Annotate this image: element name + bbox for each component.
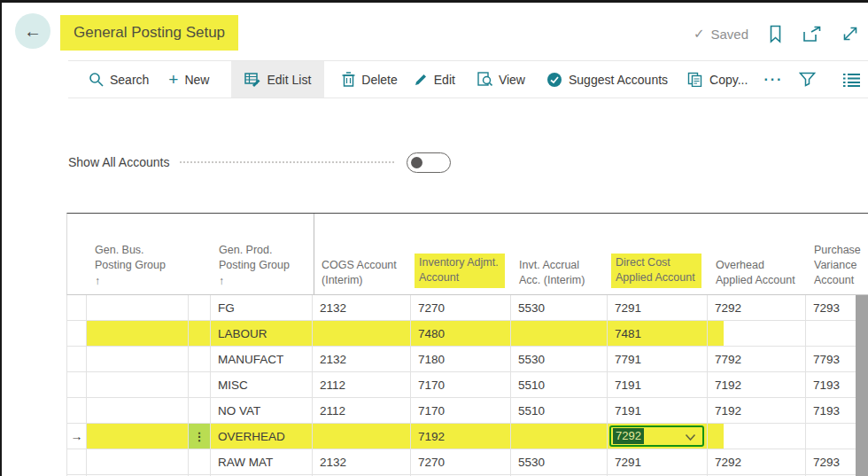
row-selector-cell[interactable]: →	[66, 424, 87, 449]
cell-cogs[interactable]: 2112	[313, 372, 411, 398]
cell-gen-bus[interactable]	[87, 295, 189, 321]
cell-gen-prod[interactable]: NO VAT	[211, 398, 313, 424]
cell-invt-accrual[interactable]: 5510	[511, 398, 608, 424]
row-menu-cell[interactable]	[189, 449, 211, 475]
list-options-icon[interactable]	[842, 73, 861, 87]
cell-gen-prod[interactable]: RAW MAT	[211, 449, 313, 475]
row-menu-button[interactable]: ⋮	[189, 424, 211, 449]
cell-overhead[interactable]: 7292	[708, 449, 806, 475]
ellipsis-icon: ···	[763, 72, 783, 88]
cell-cogs[interactable]	[313, 424, 411, 449]
cell-direct-cost[interactable]: 7191	[608, 398, 708, 424]
new-button[interactable]: + New	[168, 61, 209, 98]
open-in-window-icon[interactable]	[802, 26, 822, 43]
more-actions-button[interactable]: ···	[763, 61, 783, 98]
filter-icon[interactable]	[799, 72, 816, 87]
cell-cogs[interactable]: 2132	[313, 449, 411, 475]
row-menu-cell[interactable]	[189, 295, 211, 321]
column-header-cogs-interim[interactable]: COGS Account (Interim)	[314, 214, 412, 294]
copy-icon	[687, 72, 703, 87]
edit-list-icon	[244, 73, 260, 87]
cell-inv-adjmt[interactable]: 7270	[411, 449, 511, 475]
row-menu-cell[interactable]	[189, 347, 211, 372]
cell-direct-cost[interactable]: 7791	[608, 347, 708, 372]
cell-gen-bus[interactable]	[87, 424, 189, 449]
cell-direct-cost[interactable]: 7291	[608, 295, 708, 321]
cell-gen-prod[interactable]: OVERHEAD	[211, 424, 313, 449]
cell-gen-bus[interactable]	[87, 449, 189, 475]
cell-gen-bus[interactable]	[87, 398, 189, 424]
cell-inv-adjmt[interactable]: 7180	[411, 347, 511, 372]
cell-invt-accrual[interactable]	[511, 424, 608, 449]
cell-cogs[interactable]	[313, 321, 411, 347]
row-menu-cell[interactable]	[189, 321, 211, 347]
cell-invt-accrual[interactable]: 5530	[511, 347, 608, 372]
cell-inv-adjmt[interactable]: 7170	[411, 398, 511, 424]
sort-ascending-icon: ↑	[95, 274, 182, 288]
row-selector-cell[interactable]	[66, 372, 87, 398]
row-selector-cell[interactable]	[66, 321, 87, 347]
cell-gen-prod[interactable]: MANUFACT	[211, 347, 313, 372]
row-menu-cell[interactable]	[189, 372, 211, 398]
cell-gen-prod[interactable]: FG	[211, 295, 313, 321]
row-selector-cell[interactable]	[66, 449, 87, 475]
column-header-direct-cost[interactable]: Direct Cost Applied Account	[608, 214, 709, 294]
cell-inv-adjmt[interactable]: 7170	[411, 372, 511, 398]
row-selector-cell[interactable]	[66, 398, 87, 424]
view-icon	[477, 72, 492, 87]
cell-overhead[interactable]	[708, 424, 806, 449]
cell-gen-bus[interactable]	[87, 321, 189, 347]
cell-invt-accrual[interactable]: 5530	[511, 449, 608, 475]
search-button[interactable]: Search	[89, 61, 149, 98]
column-header-inventory-adjmt[interactable]: Inventory Adjmt. Account	[412, 214, 512, 294]
back-button[interactable]: ←	[15, 13, 50, 49]
cell-gen-bus[interactable]	[87, 347, 189, 372]
cell-overhead[interactable]: 7792	[708, 347, 806, 372]
row-menu-cell[interactable]	[189, 398, 211, 424]
column-header-gen-bus[interactable]: Gen. Bus. Posting Group ↑	[88, 214, 190, 294]
cell-overhead[interactable]: 7192	[708, 372, 806, 398]
cell-direct-cost-editing[interactable]: 7292	[608, 424, 708, 449]
selected-row-arrow-icon: →	[71, 429, 83, 443]
row-selector-cell[interactable]	[66, 347, 87, 372]
cell-invt-accrual[interactable]: 5510	[511, 372, 608, 398]
account-combobox[interactable]: 7292	[609, 425, 704, 447]
cell-gen-prod[interactable]: LABOUR	[211, 321, 313, 347]
cell-gen-bus[interactable]	[87, 372, 189, 398]
column-header-overhead-applied[interactable]: Overhead Applied Account	[709, 214, 807, 294]
edit-button[interactable]: Edit	[414, 61, 455, 98]
column-header-gen-prod[interactable]: Gen. Prod. Posting Group ↑	[212, 214, 314, 294]
window-top-edge	[0, 0, 868, 3]
expand-resize-icon[interactable]	[841, 25, 859, 43]
suggest-accounts-button[interactable]: Suggest Accounts	[546, 61, 668, 98]
cell-inv-adjmt[interactable]: 7270	[411, 295, 511, 321]
table-row-labour: LABOUR 7480 7481	[66, 321, 868, 347]
cell-direct-cost[interactable]: 7481	[608, 321, 708, 347]
cell-cogs[interactable]: 2132	[313, 295, 411, 321]
table-row-raw-mat: RAW MAT 2132 7270 5530 7291 7292 7293	[66, 449, 868, 475]
plus-icon: +	[168, 74, 178, 86]
cell-invt-accrual[interactable]	[511, 321, 608, 347]
bookmark-icon[interactable]	[768, 25, 783, 43]
row-selector-cell[interactable]	[66, 295, 87, 321]
vertical-scrollbar[interactable]	[856, 295, 868, 476]
cell-overhead[interactable]: 7292	[708, 295, 806, 321]
column-header-invt-accrual[interactable]: Invt. Accrual Acc. (Interim)	[512, 214, 608, 294]
cell-cogs[interactable]: 2112	[313, 398, 411, 424]
cell-inv-adjmt[interactable]: 7192	[411, 424, 511, 449]
cell-direct-cost[interactable]: 7191	[608, 372, 708, 398]
cell-overhead[interactable]	[708, 321, 806, 347]
header-selector-cell	[67, 214, 88, 294]
view-button[interactable]: View	[477, 61, 525, 98]
show-all-accounts-toggle[interactable]	[407, 152, 451, 173]
delete-button[interactable]: Delete	[342, 61, 397, 98]
cell-overhead[interactable]: 7192	[708, 398, 806, 424]
cell-gen-prod[interactable]: MISC	[211, 372, 313, 398]
column-header-purchase-variance[interactable]: Purchase Variance Account	[807, 214, 868, 294]
copy-button[interactable]: Copy...	[687, 61, 748, 98]
edit-list-button[interactable]: Edit List	[231, 61, 324, 98]
cell-invt-accrual[interactable]: 5530	[511, 295, 608, 321]
cell-cogs[interactable]: 2132	[313, 347, 411, 372]
cell-direct-cost[interactable]: 7291	[608, 449, 708, 475]
cell-inv-adjmt[interactable]: 7480	[411, 321, 511, 347]
